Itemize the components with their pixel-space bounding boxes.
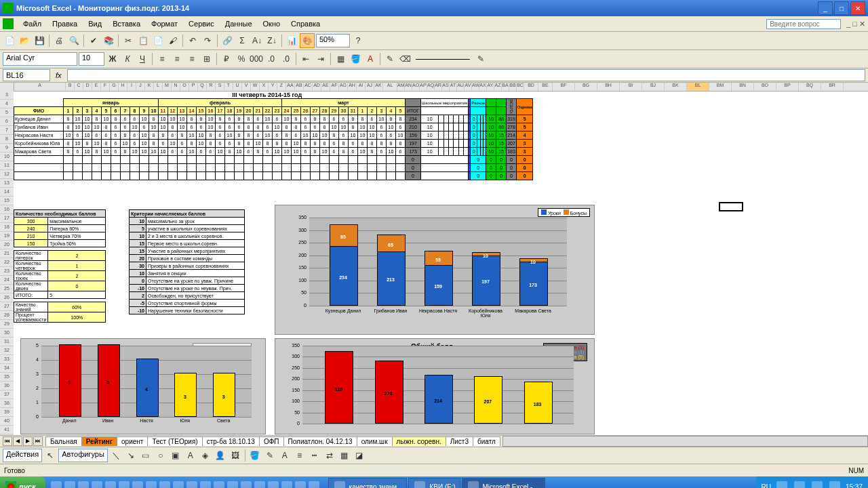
clipart-icon[interactable]: 👤 [214, 449, 227, 462]
ql-icon[interactable] [78, 481, 89, 488]
actions-menu[interactable]: Действия [3, 449, 42, 462]
shadow-icon[interactable]: ▦ [338, 449, 351, 462]
ql-icon[interactable] [173, 481, 184, 488]
minimize-button[interactable]: _ [818, 1, 833, 15]
worksheet[interactable]: ABCDEFGHIJKLMNOPQRSTUVWXYZAAABACADAEAFAG… [0, 83, 868, 435]
tray-icon[interactable] [776, 481, 787, 488]
autosum-icon[interactable]: Σ [235, 34, 249, 47]
menu-window[interactable]: Окно [258, 18, 286, 29]
rect-icon[interactable]: ▭ [139, 449, 153, 462]
italic-icon[interactable]: К [121, 52, 134, 66]
fill-icon[interactable]: 🪣 [248, 449, 262, 462]
sheet-tab[interactable]: лыжн. соревн. [392, 436, 446, 446]
drawing-icon[interactable]: 🎨 [300, 33, 315, 48]
line-color-icon[interactable]: ✎ [474, 52, 488, 66]
spell-icon[interactable]: ✔ [87, 34, 100, 47]
font-size-box[interactable]: 10 [79, 52, 104, 66]
chart-grades[interactable]: Оценка за четверть 0123455Данил5Иван4Нас… [20, 338, 266, 434]
inc-indent-icon[interactable]: ⇥ [314, 52, 328, 66]
dec-decimal-icon[interactable]: .0 [279, 52, 293, 66]
maximize-button[interactable]: □ [834, 1, 849, 15]
draw-border-icon[interactable]: ✎ [383, 52, 397, 66]
fontcolor-icon[interactable]: A [278, 449, 292, 462]
menu-data[interactable]: Данные [220, 18, 258, 29]
ql-icon[interactable] [214, 481, 224, 488]
format-painter-icon[interactable]: 🖌 [166, 34, 180, 47]
paste-icon[interactable]: 📄 [151, 34, 165, 47]
ql-icon[interactable] [132, 481, 143, 488]
ql-icon[interactable] [268, 481, 279, 488]
align-left-icon[interactable]: ≡ [155, 52, 169, 66]
fx-label[interactable]: fx [56, 71, 62, 79]
arrowstyle-icon[interactable]: ⇄ [323, 449, 336, 462]
ql-icon[interactable] [92, 481, 102, 488]
task-item[interactable]: Microsoft Excel - ... [462, 478, 545, 488]
save-icon[interactable]: 💾 [33, 34, 46, 47]
task-item[interactable]: качество знани... [328, 478, 408, 488]
ql-icon[interactable] [241, 481, 252, 488]
start-button[interactable]: пуск [0, 476, 45, 488]
sheet-tab[interactable]: биатл [473, 436, 500, 446]
tray-icon[interactable] [794, 481, 805, 488]
sort-asc-icon[interactable]: A↓ [250, 34, 264, 47]
menu-file[interactable]: Файл [18, 18, 47, 29]
new-icon[interactable]: 📄 [3, 34, 16, 47]
align-center-icon[interactable]: ≡ [170, 52, 184, 66]
borders-icon[interactable]: ▦ [334, 52, 347, 66]
linecolor-icon[interactable]: ✎ [263, 449, 277, 462]
percent-icon[interactable]: % [235, 52, 248, 66]
select-icon[interactable]: ↖ [43, 449, 57, 462]
dec-indent-icon[interactable]: ⇤ [299, 52, 313, 66]
menu-help[interactable]: Справка [285, 18, 326, 29]
sheet-tab[interactable]: Рейтинг [81, 436, 117, 446]
comma-icon[interactable]: 000 [250, 52, 263, 66]
sheet-tab[interactable]: Тест (ТЕОрия) [147, 436, 202, 446]
print-icon[interactable]: 🖨 [52, 34, 66, 47]
sheet-tab[interactable]: стр-ба 18.10.13 [202, 436, 260, 446]
research-icon[interactable]: 📚 [102, 34, 115, 47]
sheet-tab[interactable]: Полиатлон. 04.12.13 [283, 436, 357, 446]
system-tray[interactable]: RU 15:37 [756, 476, 868, 488]
ql-icon[interactable] [281, 481, 292, 488]
arrow-icon[interactable]: ↘ [124, 449, 138, 462]
oval-icon[interactable]: ○ [154, 449, 167, 462]
sheet-tab[interactable]: Бальная [45, 436, 82, 446]
schedule-grid[interactable]: III четверть 2014-15 год январь февраль … [14, 91, 533, 180]
3d-icon[interactable]: ◪ [353, 449, 366, 462]
formula-input[interactable] [67, 69, 865, 81]
question-box[interactable] [766, 19, 841, 29]
help-icon[interactable]: ? [351, 34, 365, 47]
picture-icon[interactable]: 🖼 [229, 449, 242, 462]
sort-desc-icon[interactable]: Z↓ [265, 34, 279, 47]
menu-format[interactable]: Формат [146, 18, 183, 29]
cut-icon[interactable]: ✂ [121, 34, 135, 47]
chart-stacked[interactable]: Уроки Бонусы 05010015020025030035023485К… [275, 205, 595, 335]
menu-insert[interactable]: Вставка [107, 18, 146, 29]
align-right-icon[interactable]: ≡ [185, 52, 199, 66]
menu-view[interactable]: Вид [83, 18, 107, 29]
tray-icon[interactable] [812, 481, 823, 488]
currency-icon[interactable]: ₽ [220, 52, 233, 66]
ql-icon[interactable] [227, 481, 238, 488]
lineweight-icon[interactable]: ≡ [293, 449, 307, 462]
font-color-icon[interactable]: A [363, 52, 377, 66]
diagram-icon[interactable]: ◈ [199, 449, 212, 462]
undo-icon[interactable]: ↶ [186, 34, 199, 47]
dashstyle-icon[interactable]: ┅ [308, 449, 321, 462]
copy-icon[interactable]: 📋 [136, 34, 150, 47]
menu-tools[interactable]: Сервис [183, 18, 220, 29]
close-button[interactable]: ✕ [850, 1, 865, 15]
underline-icon[interactable]: Ч [136, 52, 149, 66]
ql-icon[interactable] [200, 481, 211, 488]
line-icon[interactable]: ＼ [109, 449, 123, 462]
name-box[interactable] [3, 69, 50, 81]
merge-icon[interactable]: ⊞ [200, 52, 214, 66]
chart-total[interactable]: Общий балл >150- Оценка (3) >210- Оценка… [275, 338, 595, 434]
inc-decimal-icon[interactable]: .0 [264, 52, 278, 66]
font-name-box[interactable]: Arial Cyr [3, 52, 77, 66]
sheet-tab[interactable]: ориент [117, 436, 148, 446]
bold-icon[interactable]: Ж [106, 52, 119, 66]
line-style-picker[interactable] [416, 59, 470, 60]
ql-icon[interactable] [186, 481, 197, 488]
wordart-icon[interactable]: A [184, 449, 197, 462]
